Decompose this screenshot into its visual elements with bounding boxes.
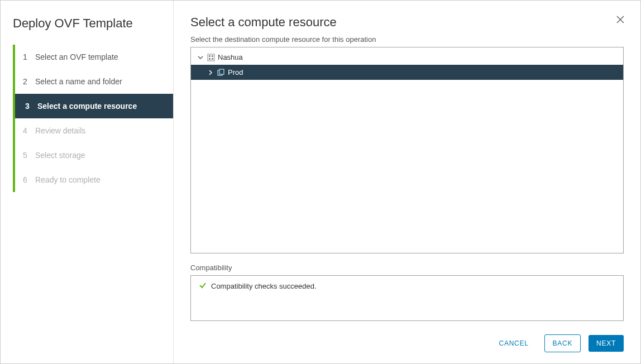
close-icon (616, 15, 625, 24)
compatibility-message-row: Compatibility checks succeeded. (199, 281, 615, 291)
tree-node-datacenter[interactable]: Nashua (191, 50, 623, 65)
wizard-steps: 1 Select an OVF template 2 Select a name… (13, 45, 173, 192)
next-button[interactable]: NEXT (589, 335, 624, 352)
svg-rect-0 (208, 54, 214, 61)
step-label: Review details (35, 126, 85, 135)
cluster-icon (217, 68, 226, 77)
wizard-sidebar: Deploy OVF Template 1 Select an OVF temp… (1, 1, 174, 363)
step-number: 6 (23, 175, 30, 184)
compatibility-label: Compatibility (190, 264, 624, 272)
tree-node-label: Nashua (218, 53, 243, 61)
step-number: 2 (23, 77, 30, 86)
step-number: 5 (23, 151, 30, 160)
cancel-button[interactable]: CANCEL (491, 335, 537, 352)
chevron-right-icon[interactable] (207, 70, 214, 75)
step-number: 3 (25, 102, 32, 111)
step-review-details: 4 Review details (15, 118, 173, 143)
tree-node-cluster[interactable]: Prod (191, 65, 623, 80)
svg-rect-6 (219, 69, 224, 74)
step-label: Select storage (35, 151, 85, 160)
step-label: Ready to complete (35, 175, 101, 184)
page-title: Select a compute resource (190, 15, 624, 30)
chevron-down-icon[interactable] (197, 55, 204, 60)
svg-rect-2 (212, 55, 213, 57)
wizard-title: Deploy OVF Template (1, 11, 173, 45)
svg-rect-1 (209, 55, 211, 57)
svg-rect-3 (209, 58, 211, 60)
checkmark-icon (199, 281, 207, 291)
step-number: 4 (23, 126, 30, 135)
compute-resource-tree: Nashua Prod (190, 47, 624, 253)
svg-rect-4 (212, 58, 213, 60)
step-label: Select an OVF template (35, 52, 118, 61)
step-select-compute-resource[interactable]: 3 Select a compute resource (13, 94, 173, 118)
step-number: 1 (23, 52, 30, 61)
step-select-name-folder[interactable]: 2 Select a name and folder (15, 69, 173, 94)
compatibility-box: Compatibility checks succeeded. (190, 275, 624, 321)
datacenter-icon (207, 53, 216, 62)
step-ready-complete: 6 Ready to complete (15, 167, 173, 192)
step-select-storage: 5 Select storage (15, 143, 173, 167)
close-button[interactable] (616, 15, 625, 26)
wizard-footer: CANCEL BACK NEXT (190, 324, 624, 352)
compatibility-message: Compatibility checks succeeded. (211, 282, 317, 290)
step-label: Select a compute resource (37, 102, 137, 111)
deploy-ovf-dialog: Deploy OVF Template 1 Select an OVF temp… (0, 0, 641, 364)
step-select-ovf-template[interactable]: 1 Select an OVF template (15, 45, 173, 69)
back-button[interactable]: BACK (544, 334, 581, 352)
page-subtitle: Select the destination compute resource … (190, 35, 624, 44)
wizard-main: Select a compute resource Select the des… (174, 1, 640, 363)
step-label: Select a name and folder (35, 77, 122, 86)
tree-node-label: Prod (228, 68, 243, 76)
